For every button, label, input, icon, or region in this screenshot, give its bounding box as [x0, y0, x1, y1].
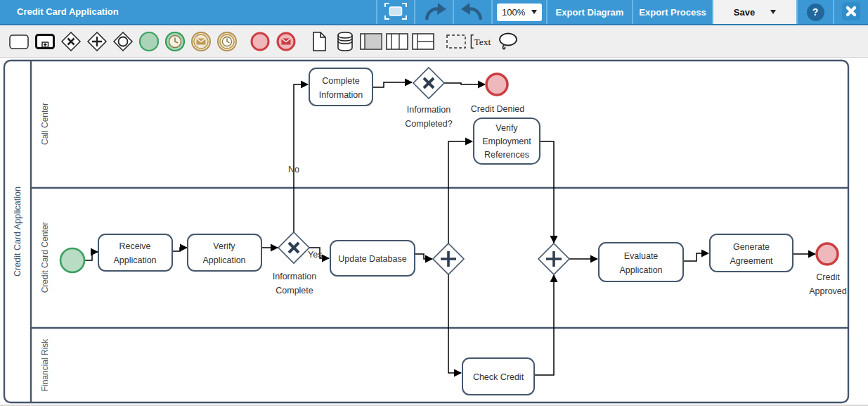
task-label: Information	[319, 90, 363, 100]
palette-parallel-gateway-icon[interactable]	[84, 27, 110, 56]
shape-palette-toolbar: Text	[0, 25, 868, 58]
task-label: Application	[113, 255, 156, 265]
help-button[interactable]: ?	[796, 0, 833, 24]
task-label: Check Credit	[473, 372, 524, 382]
task-verify-application[interactable]: Verify Application	[188, 234, 261, 271]
export-process-button[interactable]: Export Process	[632, 0, 712, 24]
palette-inclusive-gateway-icon[interactable]	[110, 27, 136, 56]
task-generate-agreement[interactable]: Generate Agreement	[710, 234, 793, 272]
task-label: Application	[619, 265, 662, 275]
palette-exclusive-gateway-icon[interactable]	[58, 27, 84, 56]
task-label: Evaluate	[624, 251, 659, 261]
palette-text-annotation-icon[interactable]: Text	[469, 27, 495, 56]
task-verify-employment-references[interactable]: Verify Employment References	[474, 118, 540, 164]
palette-message-intermediate-event-icon[interactable]	[188, 27, 214, 56]
task-label: Application	[202, 255, 245, 265]
palette-data-store-icon[interactable]	[332, 27, 358, 56]
task-receive-application[interactable]: Receive Application	[98, 234, 172, 271]
event-label: Credit	[816, 272, 840, 282]
diagram-canvas[interactable]: Credit Card Application Call Center Cred…	[0, 58, 868, 406]
palette-lane-icon[interactable]	[410, 27, 436, 56]
zoom-select[interactable]: 100%	[491, 0, 546, 24]
event-label: Credit Denied	[471, 104, 524, 114]
export-diagram-button[interactable]: Export Diagram	[546, 0, 632, 24]
palette-pool-with-lanes-icon[interactable]	[384, 27, 410, 56]
undo-button[interactable]	[453, 0, 491, 24]
palette-start-event-icon[interactable]	[136, 27, 162, 56]
flow-label-yes: Yes	[308, 250, 322, 260]
task-label: Verify	[213, 241, 235, 251]
app-title: Credit Card Application	[0, 0, 376, 24]
start-event[interactable]	[60, 248, 84, 272]
undo-icon	[460, 1, 486, 23]
gateway-label: Information	[407, 105, 451, 115]
task-label: Employment	[482, 137, 531, 146]
flow-label-no: No	[288, 165, 299, 175]
palette-pool-icon[interactable]	[358, 27, 384, 56]
text-tool-word: Text	[474, 37, 491, 47]
event-label: Approved	[809, 286, 847, 296]
zoom-level-value: 100%	[502, 7, 525, 18]
palette-timer-intermediate-event-icon[interactable]	[214, 27, 240, 56]
lane-label-call-center: Call Center	[40, 103, 50, 145]
task-label: Receive	[119, 241, 150, 251]
task-complete-information[interactable]: Complete Information	[309, 68, 373, 106]
task-check-credit[interactable]: Check Credit	[462, 358, 534, 395]
redo-icon	[422, 1, 447, 23]
palette-group-icon[interactable]	[443, 27, 469, 56]
palette-timer-start-event-icon[interactable]	[162, 27, 188, 56]
task-label: Update Database	[338, 254, 406, 264]
palette-data-object-icon[interactable]	[306, 27, 332, 56]
save-button[interactable]: Save	[712, 0, 796, 24]
lane-label-credit-card-center: Credit Card Center	[40, 222, 50, 293]
task-label: Verify	[495, 123, 518, 133]
help-icon: ?	[807, 4, 824, 21]
task-label: Agreement	[730, 256, 773, 266]
palette-callout-icon[interactable]	[495, 27, 521, 56]
gateway-label: Complete	[276, 286, 313, 296]
task-label: Complete	[322, 76, 360, 86]
bpmn-diagram: Credit Card Application Call Center Cred…	[0, 58, 868, 405]
task-label: References	[484, 150, 529, 160]
gateway-label: Completed?	[405, 119, 452, 129]
task-label: Generate	[733, 242, 770, 252]
palette-end-event-icon[interactable]	[247, 27, 273, 56]
task-update-database[interactable]: Update Database	[330, 241, 415, 276]
redo-button[interactable]	[414, 0, 453, 24]
save-label: Save	[734, 7, 755, 18]
gateway-label: Information	[273, 272, 317, 281]
fit-viewport-button[interactable]	[376, 0, 414, 24]
palette-message-end-event-icon[interactable]	[273, 27, 299, 56]
lane-label-financial-risk: Financial Risk	[40, 338, 50, 392]
pool-label: Credit Card Application	[13, 186, 22, 277]
caret-down-icon	[531, 10, 537, 14]
lane-financial-risk[interactable]: Financial Risk	[40, 338, 50, 392]
palette-task-icon[interactable]	[6, 27, 32, 56]
palette-subprocess-icon[interactable]	[32, 27, 58, 56]
caret-down-icon	[770, 10, 776, 14]
close-button[interactable]	[833, 0, 868, 24]
task-evaluate-application[interactable]: Evaluate Application	[599, 243, 683, 281]
close-icon	[842, 2, 860, 23]
title-bar: Credit Card Application	[0, 0, 868, 25]
fit-viewport-icon	[384, 1, 408, 23]
